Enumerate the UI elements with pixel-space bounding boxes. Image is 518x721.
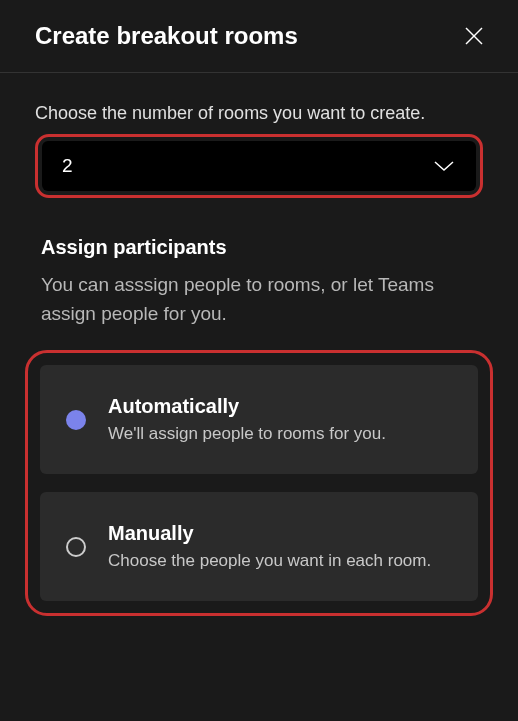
option-manually-description: Choose the people you want in each room. (108, 551, 431, 571)
assign-options-highlight: Automatically We'll assign people to roo… (25, 350, 493, 616)
radio-selected-icon (66, 410, 86, 430)
option-manually-title: Manually (108, 522, 431, 545)
option-manually[interactable]: Manually Choose the people you want in e… (40, 492, 478, 601)
option-automatically[interactable]: Automatically We'll assign people to roo… (40, 365, 478, 474)
assign-section-description: You can asssign people to rooms, or let … (35, 271, 483, 328)
close-button[interactable] (460, 22, 488, 50)
option-automatically-title: Automatically (108, 395, 386, 418)
rooms-dropdown-highlight: 2 (35, 134, 483, 198)
option-automatically-description: We'll assign people to rooms for you. (108, 424, 386, 444)
dialog-content: Choose the number of rooms you want to c… (0, 73, 518, 636)
chevron-down-icon (432, 159, 456, 173)
dialog-title: Create breakout rooms (35, 22, 298, 50)
option-text-group: Manually Choose the people you want in e… (108, 522, 431, 571)
rooms-instruction: Choose the number of rooms you want to c… (35, 103, 483, 124)
rooms-count-dropdown[interactable]: 2 (42, 141, 476, 191)
close-icon (464, 26, 484, 46)
rooms-count-value: 2 (62, 155, 73, 177)
radio-unselected-icon (66, 537, 86, 557)
assign-section-title: Assign participants (35, 236, 483, 259)
option-text-group: Automatically We'll assign people to roo… (108, 395, 386, 444)
dialog-header: Create breakout rooms (0, 0, 518, 73)
